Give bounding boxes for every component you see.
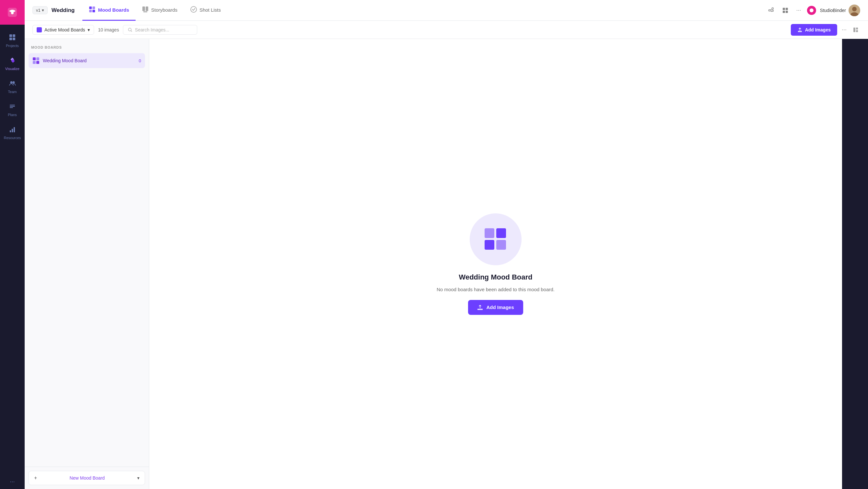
image-count: 10 images	[98, 27, 119, 32]
sub-toolbar: Active Mood Boards ▾ 10 images Add Image…	[25, 21, 868, 39]
right-dark-panel	[842, 39, 868, 489]
svg-rect-24	[783, 8, 785, 10]
mood-board-item[interactable]: Wedding Mood Board 0	[29, 53, 145, 68]
app-logo[interactable]	[0, 0, 25, 25]
user-name: StudioBinder	[820, 8, 846, 13]
svg-rect-3	[13, 34, 15, 37]
brand-icon	[807, 6, 816, 15]
user-info[interactable]: StudioBinder	[820, 4, 860, 16]
sidebar-item-resources-label: Resources	[4, 136, 21, 140]
sidebar-item-projects-label: Projects	[6, 44, 19, 48]
add-images-label: Add Images	[805, 27, 831, 32]
tab-shot-lists-label: Shot Lists	[199, 7, 221, 13]
empty-add-images-label: Add Images	[486, 304, 514, 310]
version-label: v1	[36, 8, 40, 13]
svg-rect-10	[10, 105, 15, 105]
svg-point-28	[810, 8, 813, 12]
svg-rect-41	[496, 228, 506, 238]
more-toolbar-button[interactable]: ···	[840, 24, 848, 35]
svg-rect-13	[10, 130, 11, 132]
layout-icon	[853, 27, 858, 32]
new-mood-board-button[interactable]: + New Mood Board ▾	[29, 471, 145, 485]
diamond-icon	[9, 57, 16, 65]
sidebar-item-visualize[interactable]: Visualize	[0, 53, 25, 74]
sidebar-item-plans[interactable]: Plans	[0, 99, 25, 121]
svg-rect-16	[89, 6, 92, 9]
sidebar-item-visualize-label: Visualize	[5, 67, 20, 71]
content-area: MOOD BOARDS Wedding Mood Board 0	[25, 39, 868, 489]
svg-rect-43	[496, 240, 506, 250]
svg-point-23	[191, 6, 196, 12]
tab-mood-boards[interactable]: Mood Boards	[83, 0, 135, 21]
svg-rect-25	[785, 8, 788, 10]
sidebar-item-projects[interactable]: Projects	[0, 30, 25, 52]
svg-rect-33	[854, 28, 855, 32]
svg-rect-20	[143, 6, 145, 11]
add-images-button[interactable]: Add Images	[791, 24, 837, 36]
nav-tabs: Mood Boards Storyboards	[83, 0, 766, 21]
svg-rect-42	[485, 240, 494, 250]
left-panel: MOOD BOARDS Wedding Mood Board 0	[25, 39, 149, 489]
export-button[interactable]	[780, 5, 790, 15]
filter-chevron: ▾	[88, 27, 90, 32]
sidebar-item-team-label: Team	[8, 90, 17, 94]
svg-rect-38	[33, 61, 36, 64]
version-chevron: ▾	[42, 8, 44, 13]
svg-rect-21	[146, 6, 148, 11]
new-mood-board-label: New Mood Board	[39, 476, 134, 481]
svg-point-30	[852, 7, 857, 11]
mood-board-item-count: 0	[139, 58, 141, 63]
main-content: Wedding Mood Board No mood boards have b…	[149, 39, 842, 489]
empty-icon	[470, 214, 522, 265]
svg-rect-35	[856, 30, 858, 32]
svg-rect-17	[92, 6, 95, 9]
empty-state-subtitle: No mood boards have been added to this m…	[437, 287, 555, 292]
upload-icon	[797, 27, 803, 32]
sidebar-nav: Projects Visualize Team	[0, 25, 25, 472]
more-icon: ···	[796, 7, 801, 13]
mood-board-item-name: Wedding Mood Board	[43, 58, 135, 63]
svg-point-1	[11, 12, 13, 14]
main-wrapper: v1 ▾ Wedding Mood Boards	[25, 0, 868, 489]
svg-rect-5	[13, 38, 15, 40]
svg-rect-19	[92, 10, 95, 12]
search-input[interactable]	[135, 27, 192, 32]
more-options-button[interactable]: ···	[794, 5, 803, 15]
project-name: Wedding	[52, 7, 74, 13]
tab-shot-lists[interactable]: Shot Lists	[184, 0, 227, 21]
svg-rect-36	[33, 57, 36, 60]
share-button[interactable]	[766, 5, 776, 15]
svg-rect-26	[783, 11, 785, 13]
grid-view-button[interactable]	[851, 25, 860, 34]
svg-rect-37	[36, 57, 39, 60]
svg-rect-4	[9, 38, 12, 40]
svg-rect-12	[10, 107, 13, 108]
empty-add-images-button[interactable]: Add Images	[468, 300, 523, 315]
svg-rect-15	[13, 127, 15, 132]
top-nav: v1 ▾ Wedding Mood Boards	[25, 0, 868, 21]
empty-state-title: Wedding Mood Board	[459, 273, 533, 282]
team-icon	[9, 80, 16, 89]
sidebar-more[interactable]: ...	[4, 472, 20, 489]
svg-rect-2	[9, 34, 12, 37]
filter-dropdown[interactable]: Active Mood Boards ▾	[32, 25, 94, 35]
shot-lists-tab-icon	[190, 6, 197, 13]
search-icon	[128, 27, 132, 32]
app-sidebar: Projects Visualize Team	[0, 0, 25, 489]
svg-rect-11	[10, 106, 15, 107]
filter-dot	[37, 27, 42, 32]
tab-storyboards[interactable]: Storyboards	[135, 0, 184, 21]
resources-icon	[9, 126, 16, 135]
upload-icon-empty	[477, 304, 483, 310]
storyboards-tab-icon	[142, 6, 149, 13]
panel-section-label: MOOD BOARDS	[25, 39, 149, 53]
mood-board-item-icon	[32, 57, 39, 64]
user-avatar	[848, 4, 860, 16]
empty-state: Wedding Mood Board No mood boards have b…	[437, 214, 555, 315]
version-badge[interactable]: v1 ▾	[32, 6, 48, 14]
sidebar-item-resources[interactable]: Resources	[0, 122, 25, 144]
plus-icon: +	[34, 475, 37, 481]
sidebar-item-team[interactable]: Team	[0, 76, 25, 98]
svg-rect-39	[36, 61, 39, 64]
grid-icon	[9, 34, 16, 42]
